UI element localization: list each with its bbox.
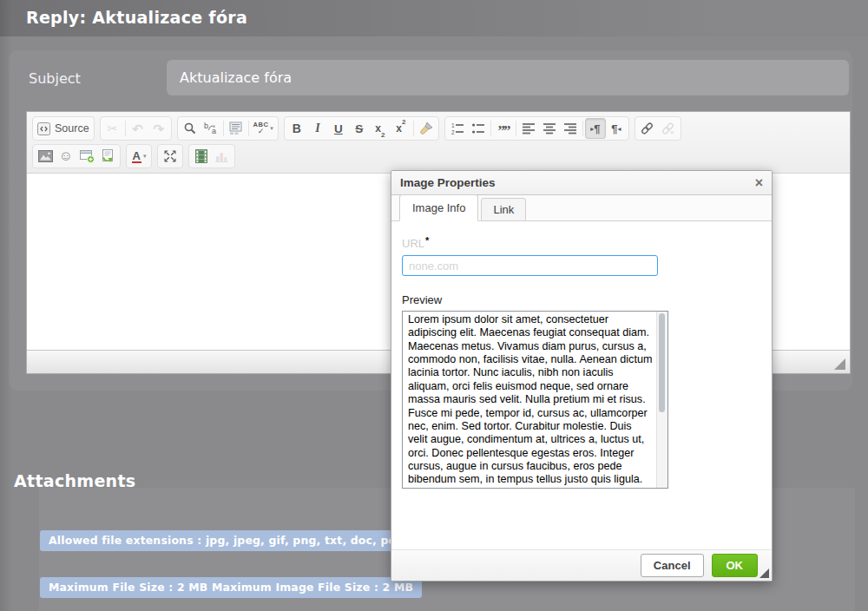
select-all-icon: [229, 122, 243, 135]
spell-check-button[interactable]: ABC ✓ ▾: [251, 118, 276, 139]
separator: [490, 121, 491, 136]
group-clipboard: ✂ ↶ ↷: [100, 116, 172, 141]
underline-icon: U: [334, 122, 343, 135]
separator: [516, 121, 516, 136]
ltr-icon: ¶: [594, 122, 600, 135]
maximize-icon: [163, 149, 177, 163]
source-label: Source: [55, 122, 89, 135]
url-input[interactable]: [402, 255, 658, 276]
preview-label: Preview: [402, 293, 761, 306]
direction-ltr-button[interactable]: ▸¶: [585, 118, 606, 139]
group-color: A ▾: [126, 144, 152, 168]
group-maximize: [157, 144, 183, 168]
svg-text:✕: ✕: [670, 129, 674, 135]
unlink-button[interactable]: ✕: [658, 118, 679, 139]
chevron-down-icon: ▾: [270, 125, 273, 132]
link-button[interactable]: [637, 118, 658, 139]
search-icon: [183, 122, 197, 135]
subject-input[interactable]: [167, 60, 849, 95]
bulleted-list-button[interactable]: [468, 118, 489, 139]
undo-button[interactable]: ↶: [128, 118, 148, 139]
group-basicstyles: B I U S x2 x2: [284, 116, 439, 141]
toolbar-row-2: ☺ A ▾: [32, 144, 845, 172]
italic-button[interactable]: I: [307, 118, 328, 139]
tab-image-info[interactable]: Image Info: [399, 194, 478, 221]
page-title: Reply: Aktualizace fóra: [26, 8, 247, 27]
new-window-icon: [80, 149, 95, 163]
chevron-down-icon: ▾: [143, 153, 147, 160]
bulleted-list-icon: [471, 122, 485, 135]
media-button[interactable]: [191, 146, 212, 167]
bold-button[interactable]: B: [286, 118, 307, 139]
source-icon: [37, 122, 50, 135]
replace-button[interactable]: b a: [201, 118, 221, 139]
close-icon[interactable]: ×: [755, 176, 763, 190]
subscript-button[interactable]: x2: [370, 118, 391, 139]
svg-text:2: 2: [451, 129, 455, 135]
new-window-button[interactable]: [76, 146, 97, 167]
ok-button[interactable]: OK: [712, 554, 759, 577]
dialog-resize-grip-icon[interactable]: [760, 568, 769, 578]
text-color-icon: A: [132, 150, 141, 163]
preview-text: Lorem ipsum dolor sit amet, consectetuer…: [403, 312, 656, 488]
separator: [248, 121, 249, 136]
align-right-icon: [563, 122, 577, 135]
strikethrough-icon: S: [355, 122, 363, 135]
scrollbar-thumb[interactable]: [659, 313, 665, 412]
redo-button[interactable]: ↷: [148, 118, 169, 139]
tab-link[interactable]: Link: [481, 198, 526, 221]
remove-format-button[interactable]: [416, 118, 437, 139]
blockquote-button[interactable]: ””: [493, 118, 514, 139]
maximize-button[interactable]: [160, 146, 181, 167]
editor-toolbar: Source ✂ ↶ ↷ b a: [27, 112, 850, 174]
dialog-body: URL* Preview Lorem ipsum dolor sit amet,…: [391, 221, 772, 489]
cut-icon: ✂: [108, 122, 118, 135]
numbered-list-button[interactable]: 12: [447, 118, 468, 139]
resize-grip-icon[interactable]: [834, 358, 845, 370]
direction-rtl-button[interactable]: ¶◂: [606, 118, 627, 139]
templates-button[interactable]: [97, 146, 118, 167]
text-color-button[interactable]: A ▾: [128, 146, 149, 167]
source-button[interactable]: Source: [35, 118, 92, 139]
insert-image-button[interactable]: [35, 146, 56, 167]
underline-button[interactable]: U: [328, 118, 349, 139]
align-right-button[interactable]: [560, 118, 581, 139]
smiley-button[interactable]: ☺: [56, 146, 76, 167]
group-source: Source: [32, 116, 95, 141]
replace-icon: b a: [203, 122, 219, 135]
group-find: b a ABC ✓ ▾: [177, 116, 279, 141]
align-center-icon: [542, 122, 556, 135]
align-left-button[interactable]: [518, 118, 539, 139]
bold-icon: B: [293, 122, 301, 135]
required-mark: *: [425, 235, 429, 246]
cut-button[interactable]: ✂: [102, 118, 123, 139]
attachments-heading: Attachments: [14, 471, 135, 490]
subject-label: Subject: [29, 70, 81, 87]
separator: [582, 121, 583, 136]
svg-text:1: 1: [451, 122, 455, 128]
separator: [413, 121, 414, 136]
align-left-icon: [522, 122, 536, 135]
separator: [223, 121, 224, 136]
align-center-button[interactable]: [539, 118, 560, 139]
smiley-icon: ☺: [59, 149, 73, 163]
link-icon: [640, 122, 654, 135]
strikethrough-button[interactable]: S: [349, 118, 370, 139]
max-file-size-badge: Maximum File Size : 2 MB Maximum Image F…: [40, 577, 422, 598]
preview-scrollbar[interactable]: [656, 312, 667, 488]
dialog-title-bar[interactable]: Image Properties ×: [391, 171, 772, 195]
undo-icon: ↶: [132, 122, 143, 135]
chart-button[interactable]: [212, 146, 233, 167]
dialog-tabs: Image Info Link: [391, 195, 772, 221]
dialog-footer: Cancel OK: [391, 549, 772, 581]
cancel-button[interactable]: Cancel: [641, 554, 704, 577]
svg-text:b: b: [204, 122, 208, 130]
select-all-button[interactable]: [226, 118, 247, 139]
numbered-list-icon: 12: [450, 122, 464, 135]
group-insert: ☺: [32, 144, 121, 168]
find-button[interactable]: [180, 118, 201, 139]
superscript-button[interactable]: x2: [391, 118, 411, 139]
allowed-extensions-badge: Allowed file extensions : jpg, jpeg, gif…: [40, 530, 435, 551]
toolbar-row-1: Source ✂ ↶ ↷ b a: [32, 116, 845, 144]
spell-check-icon: ABC ✓: [253, 122, 269, 135]
